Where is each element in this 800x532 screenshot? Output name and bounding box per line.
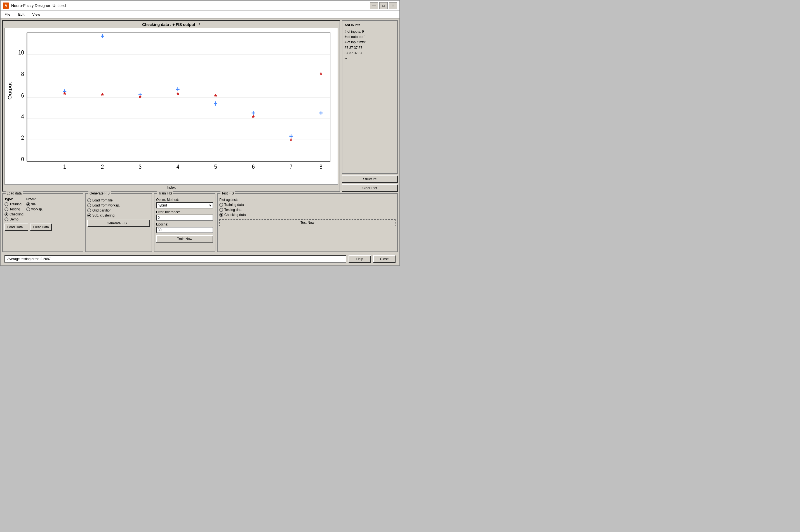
app-icon: A [3, 2, 9, 9]
epochs-group: Epochs: [156, 223, 213, 233]
dropdown-arrow: ∨ [209, 204, 212, 207]
generate-fis-button[interactable]: Generate FIS ... [87, 220, 150, 227]
svg-text:7: 7 [290, 163, 292, 170]
close-window-button[interactable]: × [389, 2, 397, 9]
gen-load-file[interactable]: Load from file [87, 198, 150, 202]
train-fis-buttons: Train Now [156, 235, 213, 243]
type-checking-radio[interactable] [4, 212, 8, 216]
test-fis-inner: Plot against: Training data Testing data [219, 198, 396, 217]
svg-text:+: + [101, 32, 104, 41]
status-bar: Average testing error: 2.2087 Help Close [2, 254, 398, 264]
menu-view[interactable]: View [31, 12, 42, 17]
gen-load-file-radio[interactable] [87, 198, 91, 202]
svg-text:+: + [319, 109, 323, 118]
status-text: Average testing error: 2.2087 [4, 255, 346, 263]
menu-bar: File Edit View [1, 11, 399, 18]
svg-text:*: * [139, 93, 142, 102]
test-testing-radio[interactable] [219, 208, 223, 212]
minimize-button[interactable]: — [370, 2, 378, 9]
svg-text:*: * [101, 91, 104, 100]
epochs-input[interactable] [156, 227, 213, 233]
error-tolerance-group: Error Tolerance: [156, 210, 213, 221]
help-button[interactable]: Help [348, 255, 371, 263]
menu-edit[interactable]: Edit [17, 12, 26, 17]
error-tolerance-input[interactable] [156, 214, 213, 221]
svg-text:*: * [177, 90, 179, 99]
plot-title: Checking data : + FIS output : * [142, 22, 200, 27]
svg-text:5: 5 [214, 163, 217, 170]
test-fis-buttons: Test Now [219, 219, 396, 226]
gen-load-worksp[interactable]: Load from worksp. [87, 204, 150, 207]
optim-method-dropdown[interactable]: hybrid ∨ [156, 202, 213, 208]
svg-text:Output: Output [7, 82, 12, 99]
from-group: From: file worksp. [26, 197, 43, 221]
from-file-radio[interactable] [26, 202, 30, 206]
test-now-button[interactable]: Test Now [219, 219, 396, 226]
clear-data-button[interactable]: Clear Data [30, 224, 52, 231]
test-training-data[interactable]: Training data [219, 203, 396, 207]
main-window: A Neuro-Fuzzy Designer: Untitled — □ × F… [0, 0, 400, 266]
type-testing[interactable]: Testing [4, 207, 23, 211]
num-outputs: # of outputs: 1 [345, 34, 395, 40]
svg-text:8: 8 [320, 163, 322, 170]
plot-area: Checking data : + FIS output : * 0 2 4 6… [2, 20, 340, 192]
train-fis-panel: Train FIS Optim. Method: hybrid ∨ Error … [154, 193, 215, 252]
load-data-button[interactable]: Load Data... [4, 224, 28, 231]
gen-grid-radio[interactable] [87, 208, 91, 212]
svg-text:*: * [290, 136, 293, 145]
generate-fis-buttons: Generate FIS ... [87, 220, 150, 227]
generate-fis-panel: Generate FIS Load from file Load from wo… [85, 193, 152, 252]
type-radio-group: Training Testing Checking [4, 202, 23, 221]
type-demo-radio[interactable] [4, 217, 8, 221]
type-training-radio[interactable] [4, 202, 8, 206]
mfs-row1: 37 37 37 37 [345, 45, 395, 51]
svg-text:0: 0 [21, 155, 24, 162]
test-checking-data[interactable]: Checking data [219, 213, 396, 217]
svg-text:4: 4 [21, 113, 24, 119]
plot-svg: 0 2 4 6 8 10 1 2 3 4 5 6 7 [5, 28, 338, 185]
from-worksp[interactable]: worksp. [26, 207, 43, 211]
test-checking-radio[interactable] [219, 213, 223, 217]
type-training[interactable]: Training [4, 202, 23, 206]
bottom-panels: Load data Type: Training Testing [2, 193, 398, 252]
anfis-details: # of inputs: 9 # of outputs: 1 # of inpu… [345, 29, 395, 61]
from-radio-group: file worksp. [26, 202, 43, 211]
gen-sub-clust-radio[interactable] [87, 213, 91, 217]
test-training-radio[interactable] [219, 203, 223, 207]
svg-text:*: * [320, 70, 323, 79]
from-file[interactable]: file [26, 202, 43, 206]
generate-fis-radio-group: Load from file Load from worksp. Grid pa… [87, 198, 150, 217]
svg-text:*: * [214, 92, 217, 101]
test-fis-panel: Test FIS Plot against: Training data Tes… [217, 193, 398, 252]
type-label: Type: [4, 197, 23, 201]
gen-load-worksp-radio[interactable] [87, 204, 91, 207]
train-fis-inner: Optim. Method: hybrid ∨ Error Tolerance:… [156, 198, 213, 233]
clear-plot-button[interactable]: Clear Plot [342, 185, 398, 192]
type-checking[interactable]: Checking [4, 212, 23, 216]
svg-text:3: 3 [139, 163, 142, 170]
from-label: From: [26, 197, 43, 201]
optim-method-label: Optim. Method: [156, 198, 213, 202]
epochs-label: Epochs: [156, 223, 213, 226]
train-now-button[interactable]: Train Now [156, 235, 213, 243]
maximize-button[interactable]: □ [379, 2, 388, 9]
type-demo[interactable]: Demo [4, 217, 23, 221]
load-data-inner: Type: Training Testing [4, 197, 81, 221]
svg-text:10: 10 [18, 49, 24, 56]
generate-fis-legend: Generate FIS [88, 191, 111, 195]
right-panel: ANFIS Info # of inputs: 9 # of outputs: … [342, 20, 398, 192]
menu-file[interactable]: File [3, 12, 12, 17]
test-fis-radio-group: Training data Testing data Checking data [219, 203, 396, 217]
svg-text:8: 8 [21, 70, 24, 77]
close-button[interactable]: Close [373, 255, 396, 263]
optim-method-group: Optim. Method: hybrid ∨ [156, 198, 213, 208]
type-group: Type: Training Testing [4, 197, 23, 221]
main-area: Checking data : + FIS output : * 0 2 4 6… [1, 18, 399, 265]
gen-grid[interactable]: Grid partition [87, 208, 150, 212]
gen-sub-clust[interactable]: Sub. clustering [87, 213, 150, 217]
test-testing-data[interactable]: Testing data [219, 208, 396, 212]
structure-button[interactable]: Structure [342, 175, 398, 183]
type-testing-radio[interactable] [4, 207, 8, 211]
from-worksp-radio[interactable] [26, 207, 30, 211]
window-title: Neuro-Fuzzy Designer: Untitled [11, 3, 66, 8]
